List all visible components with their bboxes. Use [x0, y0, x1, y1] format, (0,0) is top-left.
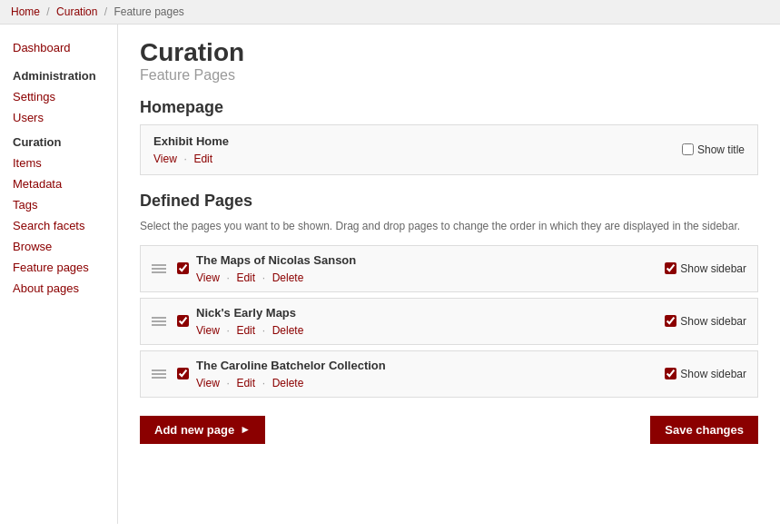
sidebar-item-settings[interactable]: Settings — [0, 86, 117, 107]
defined-pages-heading: Defined Pages — [140, 192, 758, 211]
dot-sep-a-2: · — [226, 377, 229, 389]
page-enabled-checkbox-2[interactable] — [177, 368, 189, 379]
save-changes-button[interactable]: Save changes — [650, 416, 758, 444]
drag-line — [152, 377, 166, 379]
drag-line — [152, 369, 166, 371]
drag-line — [152, 317, 166, 319]
page-row-left-1: Nick's Early Maps View · Edit · Delete — [152, 306, 303, 337]
page-links-1: View · Edit · Delete — [196, 323, 303, 337]
show-title-checkbox[interactable] — [682, 143, 694, 155]
sidebar-item-dashboard[interactable]: Dashboard — [0, 35, 117, 62]
add-new-page-label: Add new page — [154, 423, 234, 437]
breadcrumb-current: Feature pages — [114, 5, 183, 18]
page-row-left-2: The Caroline Batchelor Collection View ·… — [152, 359, 386, 389]
homepage-box: Exhibit Home View · Edit Show title — [140, 124, 758, 175]
breadcrumb-home[interactable]: Home — [11, 5, 40, 18]
page-edit-link-2[interactable]: Edit — [236, 377, 255, 389]
page-enabled-checkbox-1[interactable] — [177, 315, 189, 327]
breadcrumb-sep2: / — [104, 5, 107, 18]
page-view-link-2[interactable]: View — [196, 377, 220, 389]
page-subtitle: Feature Pages — [140, 67, 758, 84]
show-sidebar-label-0[interactable]: Show sidebar — [665, 262, 746, 275]
sidebar-section-administration: Administration — [0, 62, 117, 86]
main-content: Curation Feature Pages Homepage Exhibit … — [118, 25, 780, 524]
sidebar-item-feature-pages[interactable]: Feature pages — [0, 257, 117, 278]
breadcrumb-curation[interactable]: Curation — [56, 5, 97, 18]
drag-line — [152, 264, 166, 266]
page-name-0: The Maps of Nicolas Sanson — [196, 253, 356, 267]
page-row: The Caroline Batchelor Collection View ·… — [140, 350, 758, 398]
breadcrumb-sep1: / — [46, 5, 49, 18]
show-sidebar-checkbox-1[interactable] — [665, 315, 676, 327]
dot-sep-b-0: · — [262, 271, 265, 284]
breadcrumb: Home / Curation / Feature pages — [0, 0, 780, 25]
show-sidebar-label-1[interactable]: Show sidebar — [665, 315, 746, 328]
sidebar: Dashboard Administration Settings Users … — [0, 25, 118, 524]
drag-handle-0[interactable] — [152, 264, 166, 273]
dot-sep-b-1: · — [262, 324, 265, 337]
show-sidebar-text-0: Show sidebar — [680, 262, 746, 275]
page-edit-link-0[interactable]: Edit — [236, 271, 255, 284]
page-row: The Maps of Nicolas Sanson View · Edit ·… — [140, 245, 758, 292]
show-sidebar-checkbox-2[interactable] — [665, 368, 676, 379]
show-sidebar-text-1: Show sidebar — [680, 315, 746, 328]
show-sidebar-text-2: Show sidebar — [680, 368, 746, 380]
page-name-1: Nick's Early Maps — [196, 306, 303, 320]
page-links-0: View · Edit · Delete — [196, 271, 356, 284]
drag-line — [152, 268, 166, 270]
show-sidebar-checkbox-0[interactable] — [665, 262, 676, 274]
dot-sep-b-2: · — [262, 377, 265, 389]
homepage-section-heading: Homepage — [140, 98, 758, 117]
page-name-2: The Caroline Batchelor Collection — [196, 359, 386, 372]
page-row-info-2: The Caroline Batchelor Collection View ·… — [196, 359, 386, 389]
show-title-text: Show title — [697, 143, 745, 156]
sidebar-item-metadata[interactable]: Metadata — [0, 173, 117, 194]
show-title-label[interactable]: Show title — [682, 143, 745, 156]
sidebar-item-search-facets[interactable]: Search facets — [0, 215, 117, 236]
sidebar-item-browse[interactable]: Browse — [0, 236, 117, 257]
drag-line — [152, 373, 166, 375]
dot-sep-a-1: · — [226, 324, 229, 337]
sidebar-section-curation: Curation — [0, 128, 117, 153]
page-delete-link-0[interactable]: Delete — [272, 271, 304, 284]
page-row-left-0: The Maps of Nicolas Sanson View · Edit ·… — [152, 253, 356, 284]
drag-line — [152, 324, 166, 326]
sidebar-item-users[interactable]: Users — [0, 107, 117, 128]
action-bar: Add new page ► Save changes — [140, 412, 758, 444]
homepage-view-link[interactable]: View — [153, 153, 177, 165]
homepage-edit-link[interactable]: Edit — [193, 153, 212, 165]
homepage-links: View · Edit — [153, 152, 229, 165]
add-new-page-button[interactable]: Add new page ► — [140, 416, 265, 444]
drag-line — [152, 320, 166, 322]
drag-line — [152, 271, 166, 273]
page-view-link-0[interactable]: View — [196, 271, 220, 284]
dot-sep-a-0: · — [226, 271, 229, 284]
homepage-box-left: Exhibit Home View · Edit — [153, 134, 229, 165]
page-row: Nick's Early Maps View · Edit · Delete S… — [140, 298, 758, 345]
show-sidebar-label-2[interactable]: Show sidebar — [665, 368, 746, 380]
drag-handle-1[interactable] — [152, 317, 166, 326]
pages-container: The Maps of Nicolas Sanson View · Edit ·… — [140, 245, 758, 398]
dot-sep-1: · — [183, 153, 186, 165]
sidebar-item-about-pages[interactable]: About pages — [0, 278, 117, 299]
page-links-2: View · Edit · Delete — [196, 376, 386, 389]
page-enabled-checkbox-0[interactable] — [177, 262, 189, 274]
exhibit-home-label: Exhibit Home — [153, 134, 229, 148]
page-delete-link-2[interactable]: Delete — [272, 377, 304, 389]
page-view-link-1[interactable]: View — [196, 324, 220, 337]
page-delete-link-1[interactable]: Delete — [272, 324, 304, 337]
page-row-info-1: Nick's Early Maps View · Edit · Delete — [196, 306, 303, 337]
sidebar-item-tags[interactable]: Tags — [0, 194, 117, 215]
page-title: Curation — [140, 39, 758, 67]
page-edit-link-1[interactable]: Edit — [236, 324, 255, 337]
defined-pages-desc: Select the pages you want to be shown. D… — [140, 218, 758, 234]
sidebar-item-items[interactable]: Items — [0, 153, 117, 173]
arrow-right-icon: ► — [240, 423, 251, 436]
main-layout: Dashboard Administration Settings Users … — [0, 25, 780, 524]
drag-handle-2[interactable] — [152, 369, 166, 379]
page-row-info-0: The Maps of Nicolas Sanson View · Edit ·… — [196, 253, 356, 284]
